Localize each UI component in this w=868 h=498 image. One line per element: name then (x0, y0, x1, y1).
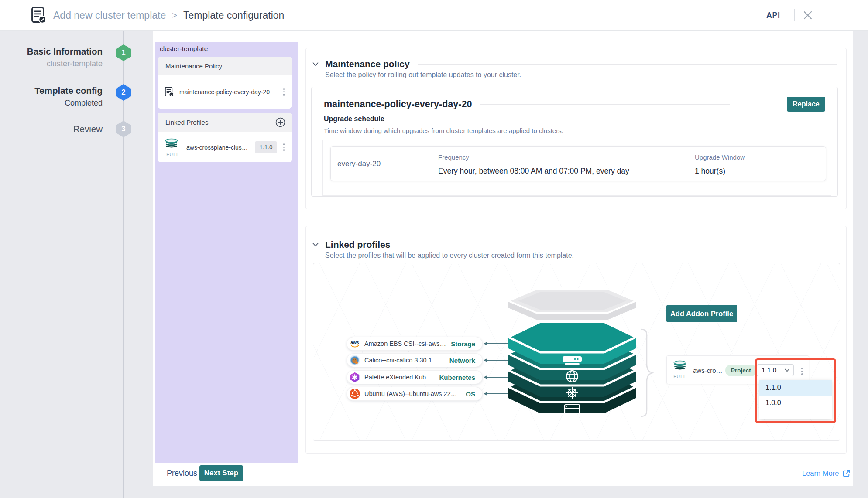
layers-icon (673, 360, 687, 371)
layer-name: Ubuntu (AWS)--ubuntu-aws 22… (364, 390, 457, 397)
step-title: Template config (0, 85, 103, 96)
schedule-row: every-day-20 Frequency Every hour, betwe… (330, 146, 826, 181)
schedule-outer-box: every-day-20 Frequency Every hour, betwe… (322, 140, 831, 196)
connector-arrow-icon (484, 375, 487, 379)
learn-more-label: Learn More (802, 469, 839, 478)
linked-profile-item-name: aws-crossplane-clus… (186, 144, 248, 151)
version-option-1-1-0[interactable]: 1.1.0 (759, 380, 832, 396)
selected-version: 1.1.0 (762, 366, 776, 374)
version-option-1-0-0[interactable]: 1.0.0 (759, 396, 832, 410)
step-1-hexagon-badge: 1 (116, 44, 131, 61)
header-divider (794, 9, 795, 21)
schedule-name: every-day-20 (337, 147, 381, 181)
version-dropdown-menu: 1.1.0 1.0.0 (759, 380, 832, 419)
layer-chip-os[interactable]: Ubuntu (AWS)--ubuntu-aws 22… OS (347, 387, 483, 401)
chevron-down-icon (784, 368, 790, 372)
layer-type: OS (466, 390, 475, 398)
step-3-hexagon-badge: 3 (116, 121, 131, 137)
maintenance-policy-item[interactable]: maintenance-policy-every-day-20 (158, 75, 292, 109)
linked-profiles-card: Linked Profiles FULL aws-crossplane-clus… (158, 113, 292, 162)
step-number: 2 (121, 88, 125, 97)
profile-icon-block: FULL (673, 360, 687, 379)
section-rule (398, 245, 837, 245)
project-scope-badge: Project (725, 365, 757, 376)
external-link-icon (842, 469, 851, 478)
profile-stack-illustration-box: aws Amazon EBS CSI--csi-aws… Storage Cal… (313, 263, 840, 441)
page-title: Template configuration (183, 10, 284, 21)
upgrade-schedule-description: Time window during which upgrades from c… (324, 127, 563, 134)
linked-profiles-card-header: Linked Profiles (158, 113, 292, 132)
upgrade-window-value: 1 hour(s) (695, 167, 745, 176)
doc-check-icon (165, 86, 174, 98)
profile-icon-block: FULL (165, 138, 181, 157)
profile-scope-label: FULL (165, 152, 181, 157)
maintenance-policy-card-header: Maintenance Policy (158, 57, 292, 75)
learn-more-link[interactable]: Learn More (802, 469, 851, 478)
profile-name: aws-cro… (693, 356, 723, 385)
kubernetes-wheel-icon (566, 387, 578, 399)
kebab-menu-icon[interactable] (281, 86, 288, 97)
storage-glyph-icon (563, 356, 582, 365)
hexagon-stack-illustration (498, 283, 647, 418)
chevron-down-icon[interactable] (312, 62, 319, 66)
linked-profiles-header-label: Linked Profiles (165, 119, 208, 126)
close-icon[interactable] (803, 10, 813, 20)
maintenance-policy-detail-card: maintenance-policy-every-day-20 Replace … (311, 87, 838, 197)
profile-version-badge: 1.1.0 (255, 141, 277, 153)
layer-type: Storage (451, 340, 475, 348)
step-number: 1 (121, 48, 125, 57)
linked-profile-item[interactable]: FULL aws-crossplane-clus… 1.1.0 (158, 132, 292, 162)
aws-icon: aws (349, 338, 360, 349)
cluster-template-icon (31, 6, 47, 24)
step-title: Basic Information (0, 46, 103, 57)
stepper-item-template-config[interactable]: Template config Completed (0, 85, 103, 108)
breadcrumb-separator: > (172, 10, 177, 20)
maintenance-policy-section: Maintenance policy Select the policy for… (305, 48, 847, 209)
connector-arrow-icon (484, 342, 487, 345)
add-addon-profile-button[interactable]: Add Addon Profile (666, 305, 737, 322)
layer-type: Kubernetes (439, 374, 475, 381)
api-link[interactable]: API (766, 0, 780, 31)
breadcrumb-parent-link[interactable]: Add new cluster template (53, 10, 166, 21)
profile-version-select[interactable]: 1.1.0 (757, 364, 794, 376)
step-number: 3 (121, 125, 125, 133)
stepper-item-review[interactable]: Review (0, 124, 103, 134)
maintenance-policy-item-name: maintenance-policy-every-day-20 (179, 89, 270, 96)
profile-scope-label: FULL (673, 374, 687, 379)
frequency-column: Frequency Every hour, between 08:00 AM a… (438, 153, 629, 176)
kebab-menu-icon[interactable] (799, 366, 806, 377)
connector-arrow-icon (484, 358, 487, 362)
connector-arrow-icon (484, 392, 487, 396)
layer-chip-storage[interactable]: aws Amazon EBS CSI--csi-aws… Storage (347, 337, 483, 351)
policy-name-rule (480, 104, 730, 105)
upgrade-window-column: Upgrade Window 1 hour(s) (695, 153, 745, 176)
upgrade-window-label: Upgrade Window (695, 153, 745, 161)
layer-name: Palette eXtended Kub… (364, 374, 432, 381)
ubuntu-icon (349, 388, 360, 399)
replace-button[interactable]: Replace (787, 97, 825, 112)
section-rule (418, 64, 837, 65)
step-2-hexagon-badge: 2 (116, 84, 131, 101)
next-step-button[interactable]: Next Step (199, 465, 243, 481)
calico-icon (349, 355, 360, 366)
add-profile-plus-icon[interactable] (275, 117, 285, 127)
chevron-down-icon[interactable] (312, 242, 319, 247)
previous-button[interactable]: Previous (167, 465, 197, 481)
section-subtitle: Select the policy for rolling out templa… (325, 71, 521, 79)
linked-profiles-section: Linked profiles Select the profiles that… (305, 226, 847, 454)
layer-name: Amazon EBS CSI--csi-aws… (364, 340, 446, 347)
step-title: Review (0, 124, 103, 134)
kebab-menu-icon[interactable] (281, 142, 288, 153)
layer-type: Network (449, 357, 475, 364)
layer-chip-network[interactable]: Calico--cni-calico 3.30.1 Network (347, 353, 483, 367)
layer-chip-kubernetes[interactable]: Palette eXtended Kub… Kubernetes (347, 370, 483, 384)
step-subtitle: Completed (0, 99, 103, 108)
wizard-header: Add new cluster template > Template conf… (0, 0, 868, 31)
policy-name: maintenance-policy-every-day-20 (324, 99, 472, 110)
upgrade-schedule-heading: Upgrade schedule (324, 115, 384, 123)
layers-icon (165, 138, 178, 149)
panel-title: cluster-template (160, 45, 208, 53)
maintenance-policy-card: Maintenance Policy maintenance-policy-ev… (158, 57, 292, 109)
stepper-item-basic-information[interactable]: Basic Information cluster-template (0, 46, 103, 68)
palette-pxk-icon (349, 372, 360, 383)
